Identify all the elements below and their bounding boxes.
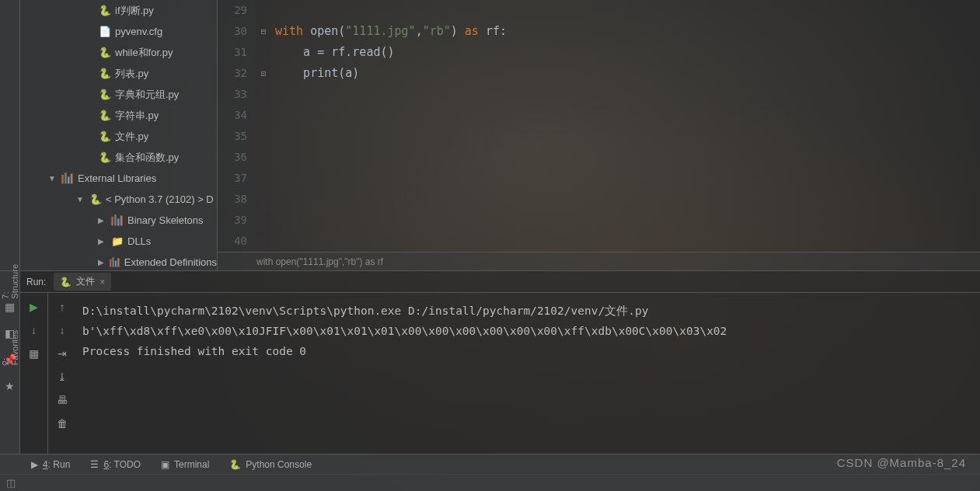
line-number-gutter: 29 30 31 32 33 34 35 36 37 38 39 40 — [218, 0, 255, 252]
star-icon[interactable]: ★ — [5, 380, 15, 392]
structure-tool-tab[interactable]: 7: Structure — [1, 264, 19, 299]
python-icon: 🐍 — [229, 459, 241, 470]
expand-arrow-icon: ▼ — [48, 174, 61, 183]
collapse-arrow-icon: ▶ — [98, 237, 110, 246]
line-number: 36 — [218, 147, 247, 168]
layout-icon[interactable]: ▦ — [5, 301, 15, 313]
external-libraries-node[interactable]: ▼ External Libraries — [20, 168, 217, 189]
python-interpreter-node[interactable]: ▼ 🐍 < Python 3.7 (2102) > D — [20, 189, 217, 210]
footer-strip: ◫ — [0, 474, 980, 491]
code-breadcrumb[interactable]: with open("1111.jpg","rb") as rf — [218, 252, 980, 270]
file-label: while和for.py — [115, 46, 173, 60]
soft-wrap-icon[interactable]: ⇥ — [58, 347, 67, 360]
run-toolbar-secondary: ↑ ↓ ⇥ ⤓ 🖶 🗑 — [48, 293, 76, 454]
down-icon[interactable]: ↓ — [60, 324, 65, 336]
code-line: print(a) — [275, 63, 980, 84]
console-line: D:\install\pycharm\2102\venv\Scripts\pyt… — [82, 301, 974, 321]
config-file-icon: 📄 — [98, 26, 112, 37]
file-tree-item[interactable]: 🐍 if判断.py — [20, 0, 217, 21]
svg-rect-0 — [61, 174, 64, 183]
trash-icon[interactable]: 🗑 — [57, 417, 68, 430]
expand-arrow-icon: ▼ — [76, 195, 89, 204]
code-editor[interactable]: 29 30 31 32 33 34 35 36 37 38 39 40 ⊟ — [218, 0, 980, 270]
up-icon[interactable]: ↑ — [60, 301, 65, 313]
svg-rect-3 — [71, 173, 73, 183]
console-line: b'\xff\xd8\xff\xe0\x00\x10JFIF\x00\x01\x… — [82, 321, 974, 341]
svg-rect-4 — [111, 216, 113, 225]
code-line: a = rf.read() — [275, 42, 980, 63]
library-label: Binary Skeletons — [127, 214, 204, 226]
code-keyword: with — [275, 24, 303, 38]
todo-tool-button[interactable]: ☰ 6: TODO — [90, 459, 141, 470]
file-tree-item[interactable]: 🐍 文件.py — [20, 126, 217, 147]
fold-column[interactable]: ⊟ ⊡ — [255, 0, 272, 252]
svg-rect-9 — [113, 257, 114, 266]
svg-rect-5 — [114, 214, 117, 225]
collapse-arrow-icon: ▶ — [98, 258, 109, 266]
run-config-tab[interactable]: 🐍 文件 × — [54, 273, 111, 291]
line-number: 35 — [218, 126, 247, 147]
folder-icon: 📁 — [110, 235, 124, 247]
library-icon — [61, 172, 75, 186]
file-label: 列表.py — [115, 67, 148, 81]
python-file-icon: 🐍 — [98, 89, 112, 100]
file-tree-item[interactable]: 🐍 字典和元组.py — [20, 84, 217, 105]
bottom-tool-bar: ▶ 44: Run: Run ☰ 6: TODO ▣ Terminal 🐍 Py… — [0, 454, 980, 474]
python-file-icon: 🐍 — [98, 110, 112, 121]
file-tree-item[interactable]: 🐍 列表.py — [20, 63, 217, 84]
console-output[interactable]: D:\install\pycharm\2102\venv\Scripts\pyt… — [76, 293, 980, 454]
python-icon: 🐍 — [89, 193, 103, 205]
line-number: 39 — [218, 210, 247, 231]
svg-rect-11 — [117, 258, 119, 266]
python-file-icon: 🐍 — [98, 68, 112, 79]
run-icon[interactable]: ▶ — [30, 301, 38, 313]
library-label: DLLs — [127, 235, 151, 247]
rerun-icon[interactable]: ↓ — [31, 324, 37, 336]
file-tree-item[interactable]: 📄 pyvenv.cfg — [20, 21, 217, 42]
python-file-icon: 🐍 — [98, 131, 112, 142]
favorites-tool-tab[interactable]: 2: Favorites — [1, 330, 19, 365]
run-tab-label: 文件 — [76, 275, 95, 288]
close-icon[interactable]: × — [99, 277, 105, 287]
run-panel-header: Run: 🐍 文件 × — [20, 271, 980, 293]
project-sidebar[interactable]: 🐍 if判断.py 📄 pyvenv.cfg 🐍 while和for.py 🐍 … — [20, 0, 218, 270]
library-tree-item[interactable]: ▶ Extended Definitions — [20, 252, 217, 270]
file-tree-item[interactable]: 🐍 集合和函数.py — [20, 147, 217, 168]
library-tree-item[interactable]: ▶ 📁 DLLs — [20, 231, 217, 252]
file-label: 字符串.py — [115, 109, 159, 123]
terminal-tool-button[interactable]: ▣ Terminal — [161, 459, 209, 470]
library-tree-item[interactable]: ▶ Binary Skeletons — [20, 210, 217, 231]
line-number: 33 — [218, 84, 247, 105]
python-file-icon: 🐍 — [98, 151, 112, 163]
code-content[interactable]: with open("1111.jpg","rb") as rf: a = rf… — [272, 0, 980, 252]
svg-rect-8 — [110, 259, 111, 266]
python-interpreter-label: < Python 3.7 (2102) > D — [106, 193, 214, 205]
line-number: 31 — [218, 42, 247, 63]
file-label: pyvenv.cfg — [115, 26, 162, 37]
file-tree-item[interactable]: 🐍 while和for.py — [20, 42, 217, 63]
todo-icon: ☰ — [90, 459, 99, 470]
left-tool-strip: 7: Structure 2: Favorites — [0, 0, 20, 270]
windows-icon[interactable]: ◫ — [6, 477, 16, 489]
scroll-end-icon[interactable]: ⤓ — [58, 371, 67, 383]
watermark-text: CSDN @Mamba-8_24 — [837, 456, 966, 469]
terminal-icon: ▣ — [161, 459, 169, 470]
python-icon: 🐍 — [60, 277, 71, 287]
line-number: 40 — [218, 231, 247, 252]
print-icon[interactable]: 🖶 — [57, 394, 68, 406]
file-label: if判断.py — [115, 4, 154, 18]
python-file-icon: 🐍 — [98, 47, 112, 58]
run-tool-button[interactable]: ▶ 44: Run: Run — [31, 459, 70, 470]
file-label: 文件.py — [115, 130, 148, 144]
python-console-button[interactable]: 🐍 Python Console — [229, 459, 312, 470]
file-tree-item[interactable]: 🐍 字符串.py — [20, 105, 217, 126]
line-number: 32 — [218, 63, 247, 84]
fold-start-icon[interactable]: ⊟ — [255, 21, 272, 42]
svg-rect-10 — [115, 260, 117, 266]
library-icon — [109, 256, 121, 269]
external-libraries-label: External Libraries — [78, 172, 156, 184]
line-number: 29 — [218, 0, 247, 21]
fold-end-icon[interactable]: ⊡ — [255, 63, 272, 84]
stop-icon[interactable]: ▦ — [29, 347, 39, 360]
line-number: 30 — [218, 21, 247, 42]
